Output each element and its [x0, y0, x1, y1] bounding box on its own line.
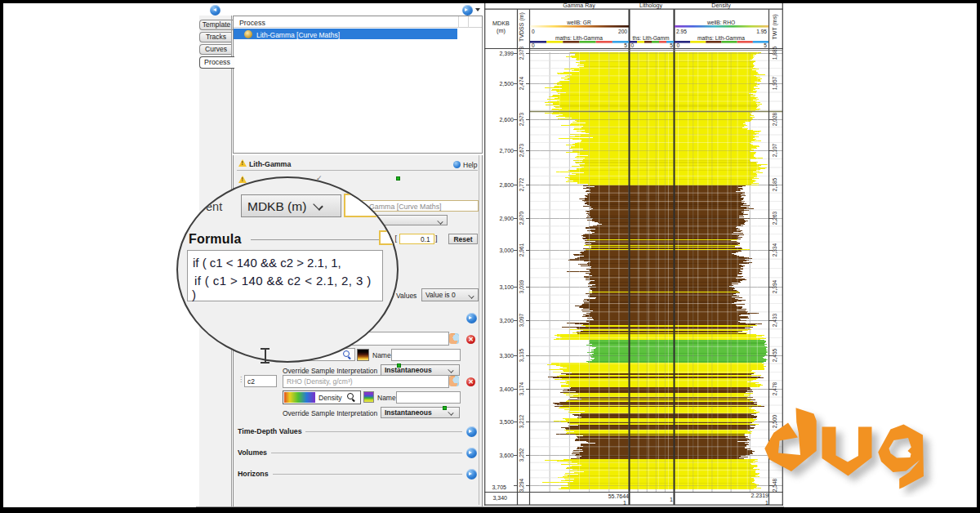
- svg-text:2,334: 2,334: [772, 243, 777, 256]
- svg-text:2,107: 2,107: [772, 143, 777, 157]
- svg-text:3,097: 3,097: [519, 313, 524, 327]
- svg-text:2,500: 2,500: [499, 81, 514, 87]
- svg-text:2,433: 2,433: [772, 313, 777, 327]
- svg-text:3,705: 3,705: [492, 484, 506, 490]
- svg-text:2,800: 2,800: [499, 182, 514, 188]
- svg-text:TWT (ms): TWT (ms): [772, 15, 778, 40]
- svg-text:2,870: 2,870: [519, 211, 524, 225]
- svg-text:3,135: 3,135: [519, 348, 524, 362]
- svg-text:1: 1: [670, 497, 673, 502]
- svg-text:2,772: 2,772: [519, 177, 524, 191]
- svg-text:Gamma Ray: Gamma Ray: [563, 2, 595, 9]
- svg-text:200: 200: [618, 29, 627, 34]
- svg-text:2,573: 2,573: [519, 112, 524, 126]
- svg-text:MDKB: MDKB: [492, 20, 510, 27]
- svg-text:0: 0: [532, 42, 535, 48]
- svg-text:0: 0: [677, 42, 680, 48]
- svg-text:wellB: GR: wellB: GR: [566, 20, 591, 25]
- svg-text:2,373: 2,373: [519, 46, 524, 60]
- svg-text:2,185: 2,185: [772, 177, 777, 191]
- svg-text:3,600: 3,600: [499, 453, 514, 458]
- svg-text:1.95: 1.95: [756, 29, 767, 34]
- svg-text:3,500: 3,500: [499, 419, 514, 425]
- svg-text:maths: Lith-Gamma: maths: Lith-Gamma: [555, 35, 603, 41]
- svg-text:1,957: 1,957: [772, 76, 777, 90]
- svg-text:3,212: 3,212: [519, 414, 524, 428]
- svg-text:3,340: 3,340: [492, 495, 507, 501]
- svg-text:3,294: 3,294: [519, 478, 524, 492]
- svg-text:Density: Density: [711, 2, 731, 9]
- svg-text:3,300: 3,300: [499, 353, 514, 359]
- svg-text:1,885: 1,885: [772, 46, 777, 60]
- svg-text:3,400: 3,400: [499, 386, 514, 392]
- svg-text:3,252: 3,252: [519, 448, 524, 462]
- svg-text:2,474: 2,474: [519, 76, 524, 90]
- svg-text:5: 5: [764, 42, 767, 48]
- svg-text:0: 0: [631, 42, 635, 48]
- svg-text:3,000: 3,000: [499, 248, 514, 253]
- svg-text:2,028: 2,028: [772, 112, 777, 126]
- svg-text:2,900: 2,900: [499, 216, 514, 221]
- svg-text:(m): (m): [497, 27, 506, 34]
- svg-text:0: 0: [532, 29, 535, 34]
- svg-text:5: 5: [670, 42, 673, 48]
- svg-text:2,399: 2,399: [499, 51, 514, 56]
- svg-text:2,455: 2,455: [772, 348, 777, 362]
- svg-text:3,039: 3,039: [519, 279, 524, 293]
- svg-text:2,263: 2,263: [772, 211, 777, 225]
- svg-text:3,174: 3,174: [519, 381, 524, 395]
- svg-text:2,961: 2,961: [519, 243, 524, 256]
- svg-text:wellB: RHO: wellB: RHO: [706, 20, 735, 25]
- svg-text:3,100: 3,100: [499, 284, 514, 290]
- svg-text:3,200: 3,200: [499, 318, 514, 323]
- svg-text:ths: Lith-Gamm: ths: Lith-Gamm: [632, 35, 670, 41]
- svg-text:2,394: 2,394: [772, 279, 777, 293]
- svg-text:5: 5: [624, 42, 627, 48]
- svg-text:maths: Lith-Gamma: maths: Lith-Gamma: [697, 35, 745, 41]
- svg-text:TVDSS (m): TVDSS (m): [519, 12, 525, 42]
- svg-text:2,700: 2,700: [499, 148, 514, 154]
- svg-text:Lithology: Lithology: [639, 2, 663, 9]
- svg-text:55.7644: 55.7644: [608, 493, 629, 499]
- svg-text:2,673: 2,673: [519, 143, 524, 157]
- svg-text:2.95: 2.95: [676, 29, 687, 34]
- svg-text:1: 1: [623, 500, 626, 506]
- svg-text:2,600: 2,600: [499, 117, 514, 123]
